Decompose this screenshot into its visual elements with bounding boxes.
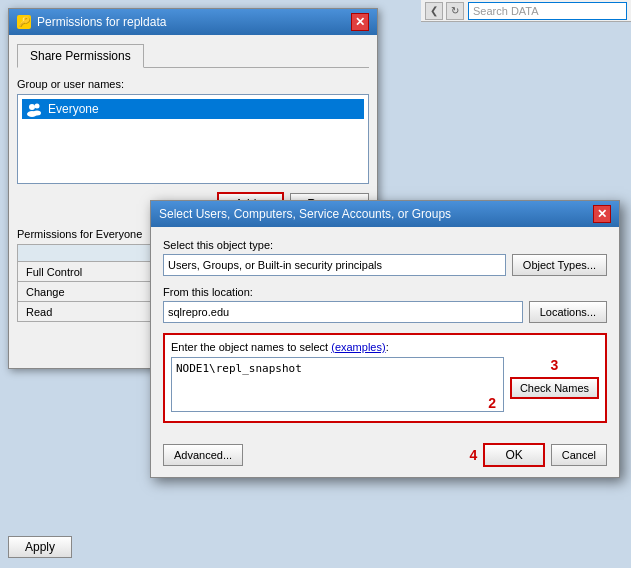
group-item-everyone[interactable]: Everyone: [22, 99, 364, 119]
search-placeholder: Search DATA: [473, 5, 539, 17]
group-list-box: Everyone: [17, 94, 369, 184]
permissions-close-button[interactable]: ✕: [351, 13, 369, 31]
object-names-label-text: Enter the object names to select: [171, 341, 328, 353]
group-label: Group or user names:: [17, 78, 369, 90]
object-names-label: Enter the object names to select (exampl…: [171, 341, 599, 353]
group-icon: [26, 101, 42, 117]
object-type-row: Select this object type: Object Types...: [163, 239, 607, 276]
location-label: From this location:: [163, 286, 607, 298]
nav-buttons: ❮ ↻: [425, 2, 464, 20]
object-type-input-row: Object Types...: [163, 254, 607, 276]
refresh-button[interactable]: ↻: [446, 2, 464, 20]
permissions-titlebar: 🔑 Permissions for repldata ✕: [9, 9, 377, 35]
back-button[interactable]: ❮: [425, 2, 443, 20]
select-dialog-close-button[interactable]: ✕: [593, 205, 611, 223]
select-dialog-bottom-right: 4 OK Cancel: [470, 443, 607, 467]
locations-button[interactable]: Locations...: [529, 301, 607, 323]
select-users-dialog: Select Users, Computers, Service Account…: [150, 200, 620, 478]
select-dialog-title: Select Users, Computers, Service Account…: [159, 207, 593, 221]
search-box[interactable]: Search DATA: [468, 2, 627, 20]
svg-point-2: [35, 104, 40, 109]
permissions-dialog-title: Permissions for repldata: [37, 15, 351, 29]
num2-label: 2: [488, 395, 496, 411]
object-names-input[interactable]: [171, 357, 504, 412]
apply-button[interactable]: Apply: [8, 536, 72, 558]
top-bar: ❮ ↻ Search DATA: [421, 0, 631, 22]
location-input-row: Locations...: [163, 301, 607, 323]
location-row: From this location: Locations...: [163, 286, 607, 323]
tab-share-permissions[interactable]: Share Permissions: [17, 44, 144, 68]
svg-point-1: [29, 104, 35, 110]
object-type-input[interactable]: [163, 254, 506, 276]
object-types-button[interactable]: Object Types...: [512, 254, 607, 276]
check-names-button[interactable]: Check Names: [510, 377, 599, 399]
group-item-label: Everyone: [48, 102, 99, 116]
num4-label: 4: [470, 447, 478, 463]
num3-label: 3: [551, 357, 559, 373]
object-names-section: Enter the object names to select (exampl…: [163, 333, 607, 423]
dialog-icon: 🔑: [17, 15, 31, 29]
select-cancel-button[interactable]: Cancel: [551, 444, 607, 466]
examples-link[interactable]: (examples): [331, 341, 385, 353]
select-ok-button[interactable]: OK: [483, 443, 544, 467]
select-dialog-content: Select this object type: Object Types...…: [151, 227, 619, 443]
svg-point-4: [33, 111, 41, 116]
location-input[interactable]: [163, 301, 523, 323]
apply-area: Apply: [8, 536, 72, 558]
select-dialog-titlebar: Select Users, Computers, Service Account…: [151, 201, 619, 227]
advanced-button[interactable]: Advanced...: [163, 444, 243, 466]
tab-strip: Share Permissions: [17, 43, 369, 68]
object-type-label: Select this object type:: [163, 239, 607, 251]
select-dialog-bottom: Advanced... 4 OK Cancel: [151, 443, 619, 477]
